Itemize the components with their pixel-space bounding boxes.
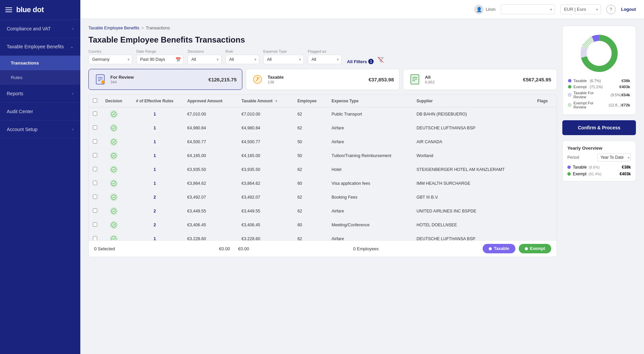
filter-flagged-select[interactable]: All (308, 55, 342, 64)
row-checkbox-cell[interactable] (89, 191, 101, 204)
row-employee: 60 (293, 218, 327, 232)
row-checkbox-cell[interactable] (89, 163, 101, 177)
row-checkbox[interactable] (93, 125, 97, 130)
row-rules: 1 (126, 177, 183, 191)
taxable-icon (251, 73, 264, 85)
filter-decisions-select[interactable]: All (188, 55, 221, 64)
card-all[interactable]: All 6,662 €567,245.95 (403, 69, 557, 90)
filter-date-select[interactable]: Past 90 Days (136, 55, 184, 64)
period-select[interactable]: Year To Date (597, 153, 631, 161)
confirm-process-button[interactable]: Confirm & Process (562, 120, 636, 135)
rules-link[interactable]: 1 (154, 112, 156, 117)
row-supplier: HOTEL DOELLNSEE (412, 218, 533, 232)
row-checkbox[interactable] (93, 222, 97, 227)
row-checkbox-cell[interactable] (89, 121, 101, 135)
th-taxable[interactable]: Taxable Amount ▼ (237, 95, 293, 107)
filter-country-select[interactable]: Germany (88, 55, 132, 64)
rules-link[interactable]: 2 (154, 223, 156, 227)
svg-point-28 (568, 93, 571, 97)
rules-link[interactable]: 2 (154, 195, 156, 200)
user-icon: 👤 (474, 5, 484, 14)
exempt-decision-icon (110, 166, 117, 173)
rules-link[interactable]: 1 (154, 140, 156, 144)
filter-rule-label: Rule (225, 49, 259, 53)
filter-expense-select[interactable]: All (263, 55, 304, 64)
exempt-decision-icon (110, 110, 117, 118)
row-checkbox-cell[interactable] (89, 218, 101, 232)
row-checkbox-cell[interactable] (89, 149, 101, 163)
row-supplier: UNITED AIRLINES INC BSPDE (412, 204, 533, 218)
logout-button[interactable]: Logout (621, 7, 636, 12)
sidebar-item-rules[interactable]: Rules (0, 70, 80, 85)
sidebar-item-audit[interactable]: Audit Center (0, 103, 80, 121)
main-panel: Taxable Employee Benefits > Transactions… (88, 26, 557, 347)
all-filters-button[interactable]: All Filters 1 (347, 59, 374, 64)
row-approved: €4,500.77 (183, 135, 238, 149)
filter-rule: Rule All ▾ (225, 49, 259, 64)
sidebar-item-transactions[interactable]: Transactions (0, 56, 80, 70)
row-checkbox[interactable] (93, 111, 97, 116)
row-checkbox[interactable] (93, 139, 97, 144)
breadcrumb: Taxable Employee Benefits > Transactions (88, 26, 557, 30)
select-all-checkbox[interactable] (93, 98, 97, 103)
row-checkbox-cell[interactable] (89, 107, 101, 121)
table-scroll[interactable]: Decision # of Effective Rules Approved A… (89, 95, 557, 240)
row-expense-type: Meeting/Conference (327, 218, 412, 232)
legend-exempt: Exempt (71.1%) €403k (568, 85, 630, 89)
row-checkbox-cell[interactable] (89, 204, 101, 218)
row-checkbox[interactable] (93, 153, 97, 157)
exempt-decision-icon (110, 207, 117, 215)
filter-rule-select[interactable]: All (225, 55, 259, 64)
row-checkbox-cell[interactable] (89, 177, 101, 191)
row-checkbox[interactable] (93, 167, 97, 171)
row-checkbox[interactable] (93, 181, 97, 185)
clear-filters-button[interactable] (378, 57, 384, 64)
row-taxable-amount: €3,935.50 (237, 163, 293, 177)
rules-link[interactable]: 2 (154, 209, 156, 213)
currency-select[interactable]: EUR | Euro (560, 4, 601, 14)
row-supplier: STEIGENBERGER HOTEL AM KANZLERAMT (412, 163, 533, 177)
rules-link[interactable]: 1 (154, 181, 156, 186)
card-for-review-label: For Review (110, 75, 205, 80)
rules-link[interactable]: 1 (154, 126, 156, 130)
btn-mark-exempt[interactable]: Exempt (519, 244, 551, 253)
rules-link[interactable]: 1 (154, 153, 156, 158)
sidebar-item-taxable[interactable]: Taxable Employee Benefits ⌄ (0, 38, 80, 56)
for-review-icon: ! (94, 73, 106, 85)
th-approved[interactable]: Approved Amount (183, 95, 238, 107)
row-rules: 1 (126, 232, 183, 241)
sidebar-item-account[interactable]: Account Setup › (0, 121, 80, 138)
content-area: Taxable Employee Benefits > Transactions… (80, 19, 644, 354)
row-checkbox[interactable] (93, 195, 97, 199)
card-taxable[interactable]: Taxable 138 €37,853.98 (246, 69, 400, 90)
donut-svg (577, 31, 621, 75)
sidebar-header: blue dot (0, 0, 80, 20)
row-approved: €3,406.45 (183, 218, 238, 232)
yearly-legend: Taxable (8.6%) €38k Exempt (91.4%) €403k (567, 165, 631, 176)
legend-dot-exempt (568, 85, 571, 88)
sidebar-item-reports[interactable]: Reports › (0, 85, 80, 103)
row-checkbox-cell[interactable] (89, 232, 101, 241)
th-flags: Flags (533, 95, 557, 107)
legend-hatch-taxable-icon (568, 93, 571, 97)
company-select[interactable] (501, 4, 555, 14)
row-approved: €3,935.50 (183, 163, 238, 177)
row-expense-type: Visa application fees (327, 177, 412, 191)
sidebar-item-compliance[interactable]: Compliance and VAT › (0, 20, 80, 38)
row-taxable-amount: €3,449.55 (237, 204, 293, 218)
help-button[interactable]: ? (606, 5, 616, 14)
hamburger-icon[interactable] (5, 7, 12, 12)
rules-link[interactable]: 1 (154, 167, 156, 172)
donut-center (589, 43, 609, 64)
card-for-review[interactable]: ! For Review 344 €126,215.75 (88, 69, 242, 90)
row-flags (533, 107, 557, 121)
rules-link[interactable]: 1 (154, 236, 156, 240)
svg-text:!: ! (103, 81, 103, 84)
row-checkbox[interactable] (93, 236, 97, 240)
row-decision (101, 177, 126, 191)
row-checkbox[interactable] (93, 208, 97, 213)
btn-mark-taxable[interactable]: Taxable (483, 244, 515, 253)
breadcrumb-parent[interactable]: Taxable Employee Benefits (88, 26, 139, 30)
row-checkbox-cell[interactable] (89, 135, 101, 149)
row-flags (533, 149, 557, 163)
